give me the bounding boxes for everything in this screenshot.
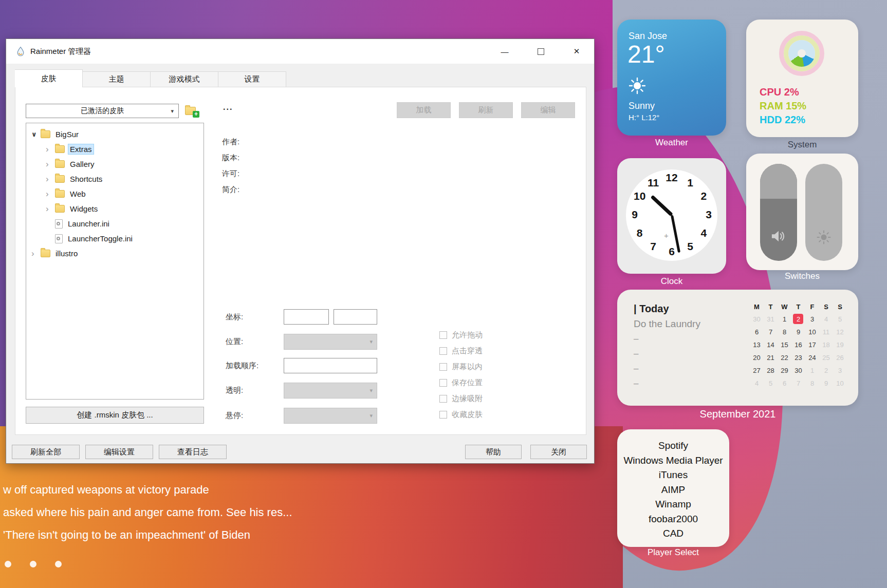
checkbox[interactable] xyxy=(439,363,447,371)
chevron-icon[interactable] xyxy=(46,191,55,198)
chevron-icon[interactable] xyxy=(31,130,41,138)
brightness-slider[interactable] xyxy=(805,164,842,261)
skins-filter-dropdown[interactable]: 已激活的皮肤 xyxy=(26,104,179,118)
chevron-icon[interactable] xyxy=(46,176,55,183)
clock-widget[interactable]: 121234567891011 xyxy=(617,158,726,274)
transparency-select[interactable] xyxy=(284,383,377,399)
chevron-down-icon xyxy=(369,387,373,394)
news-headline[interactable]: w off captured weapons at victory parade xyxy=(3,483,292,506)
minimize-button[interactable]: — xyxy=(494,43,515,60)
calendar-widget[interactable]: | Today Do the Laundry –––– MTWTFSS 3031… xyxy=(617,290,858,406)
open-skins-folder-button[interactable] xyxy=(185,104,198,117)
skin-action-button[interactable]: 加载 xyxy=(397,102,451,118)
checkbox[interactable] xyxy=(439,347,447,355)
chevron-icon[interactable] xyxy=(31,250,41,257)
folder-icon xyxy=(55,205,65,213)
tree-item-label: Gallery xyxy=(68,159,96,169)
footer-button[interactable]: 刷新全部 xyxy=(12,445,80,459)
weather-widget-label: Weather xyxy=(617,138,726,148)
switches-widget[interactable] xyxy=(746,154,858,270)
checkbox[interactable] xyxy=(439,395,447,403)
skin-action-button[interactable]: 刷新 xyxy=(459,102,513,118)
tree-item[interactable]: Launcher.ini xyxy=(26,216,204,231)
chevron-icon[interactable] xyxy=(46,205,55,213)
player-item[interactable]: foobar2000 xyxy=(617,512,729,527)
calendar-day: 18 xyxy=(819,340,833,353)
tree-item[interactable]: BigSur xyxy=(26,127,204,142)
tab[interactable]: 设置 xyxy=(218,71,286,87)
skins-filter-value: 已激活的皮肤 xyxy=(81,106,124,116)
checkbox-label: 屏幕以内 xyxy=(452,362,483,372)
folder-icon xyxy=(55,219,63,229)
tree-item[interactable]: LauncherToggle.ini xyxy=(26,231,204,246)
create-rmskin-button[interactable]: 创建 .rmskin 皮肤包 ... xyxy=(26,407,204,424)
tree-item[interactable]: Gallery xyxy=(26,157,204,172)
calendar-day: 24 xyxy=(805,353,819,366)
clock-plus-mark xyxy=(664,231,669,240)
tab[interactable]: 皮肤 xyxy=(15,69,83,87)
weather-widget[interactable]: San Jose 21° Sunny H:° L:12° xyxy=(617,20,726,136)
news-headline[interactable]: 'There isn't going to be an impeachment'… xyxy=(3,528,292,551)
close-button[interactable]: ✕ xyxy=(566,43,587,60)
player-item[interactable]: Spotify xyxy=(617,439,729,453)
volume-slider[interactable] xyxy=(760,164,797,261)
system-widget[interactable]: CPU 2% RAM 15% HDD 22% xyxy=(746,20,858,137)
player-item[interactable]: AIMP xyxy=(617,483,729,498)
calendar-day-header: W xyxy=(778,303,791,314)
tab[interactable]: 游戏模式 xyxy=(151,71,218,87)
tree-item[interactable]: Widgets xyxy=(26,201,204,216)
calendar-day-headers: MTWTFSS xyxy=(750,303,847,314)
tree-item[interactable]: illustro xyxy=(26,246,204,261)
skin-metadata: 作者:版本:许可:简介: xyxy=(222,137,239,200)
chevron-icon[interactable] xyxy=(46,146,55,153)
calendar-day: 12 xyxy=(833,327,847,340)
player-item[interactable]: iTunes xyxy=(617,468,729,483)
player-select-widget[interactable]: SpotifyWindows Media PlayeriTunesAIMPWin… xyxy=(617,429,729,547)
folder-icon xyxy=(55,190,65,198)
load-order-input[interactable] xyxy=(284,358,377,373)
calendar-day: 10 xyxy=(805,327,819,340)
titlebar[interactable]: Rainmeter 管理器 — ✕ xyxy=(6,39,594,64)
news-headline[interactable]: asked where his pain and anger came from… xyxy=(3,506,292,528)
checkbox[interactable] xyxy=(439,411,447,419)
tree-item[interactable]: Extras xyxy=(26,142,204,157)
tree-item[interactable]: Shortcuts xyxy=(26,172,204,186)
pagination-dot[interactable] xyxy=(55,561,62,567)
footer-button[interactable]: 关闭 xyxy=(530,445,587,459)
calendar-days: 3031123456789101112131415161718192021222… xyxy=(750,314,847,391)
checkbox[interactable] xyxy=(439,331,447,339)
position-select[interactable] xyxy=(284,334,377,350)
calendar-day: 8 xyxy=(805,378,819,391)
plus-icon xyxy=(193,111,199,118)
tab[interactable]: 主题 xyxy=(83,71,151,87)
calendar-event: Do the Laundry xyxy=(634,318,700,330)
player-item[interactable]: CAD xyxy=(617,526,729,541)
hover-select[interactable] xyxy=(284,408,377,424)
chevron-icon[interactable] xyxy=(46,161,55,168)
calendar-day-header: T xyxy=(764,303,778,314)
metadata-label: 简介: xyxy=(222,184,239,194)
calendar-today-title: | Today xyxy=(634,303,669,315)
calendar-day: 9 xyxy=(819,378,833,391)
calendar-day: 7 xyxy=(791,378,805,391)
clock-number: 1 xyxy=(683,177,697,190)
folder-icon xyxy=(55,175,65,183)
speaker-icon xyxy=(771,230,786,242)
maximize-button[interactable] xyxy=(530,43,551,60)
tree-item[interactable]: Web xyxy=(26,186,204,201)
news-ticker: w off captured weapons at victory parade… xyxy=(3,483,292,551)
checkbox[interactable] xyxy=(439,379,447,387)
pagination-dot[interactable] xyxy=(5,561,11,567)
coordinate-y-input[interactable] xyxy=(334,309,377,325)
pagination-dot[interactable] xyxy=(30,561,36,567)
player-item[interactable]: Winamp xyxy=(617,497,729,512)
clock-number: 3 xyxy=(701,208,716,222)
skin-action-button[interactable]: 编辑 xyxy=(521,102,575,118)
player-item[interactable]: Windows Media Player xyxy=(617,453,729,468)
footer-button[interactable]: 帮助 xyxy=(465,445,522,459)
tree-item-label: Launcher.ini xyxy=(66,219,111,229)
footer-button[interactable]: 编辑设置 xyxy=(85,445,153,459)
coordinate-x-input[interactable] xyxy=(284,309,329,325)
footer-button[interactable]: 查看日志 xyxy=(159,445,227,459)
skin-path-ellipsis: ... xyxy=(223,103,233,112)
